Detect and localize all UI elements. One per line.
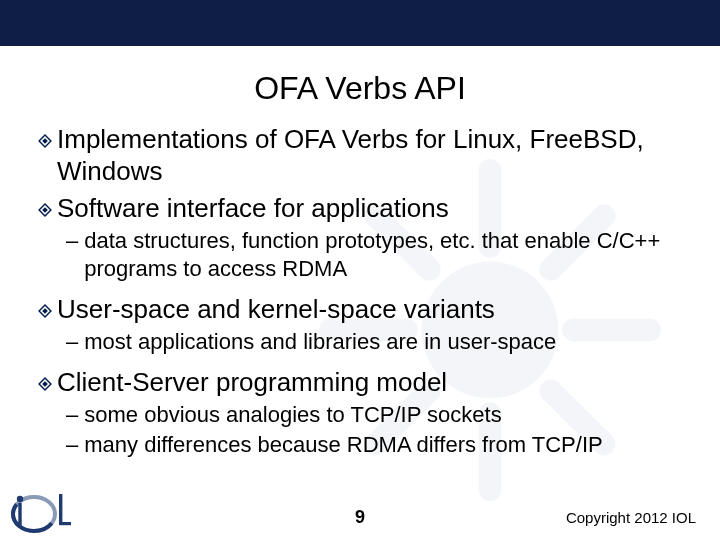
- bullet-item: Implementations of OFA Verbs for Linux, …: [38, 124, 690, 187]
- bullet-item: Software interface for applications – da…: [38, 193, 690, 282]
- diamond-bullet-icon: [38, 134, 52, 148]
- sub-bullet-item: – data structures, function prototypes, …: [66, 227, 690, 282]
- diamond-bullet-icon: [38, 203, 52, 217]
- bullet-item: User-space and kernel-space variants – m…: [38, 294, 690, 355]
- diamond-bullet-icon: [38, 304, 52, 318]
- sub-bullet-text: most applications and libraries are in u…: [84, 328, 556, 356]
- sub-bullet-text: data structures, function prototypes, et…: [84, 227, 690, 282]
- svg-rect-10: [42, 138, 48, 144]
- dash-bullet-icon: –: [66, 227, 78, 255]
- diamond-bullet-icon: [38, 377, 52, 391]
- bullet-text: Implementations of OFA Verbs for Linux, …: [57, 124, 690, 187]
- svg-rect-12: [42, 208, 48, 214]
- sub-bullet-text: many differences because RDMA differs fr…: [84, 431, 602, 459]
- svg-rect-16: [42, 382, 48, 388]
- sub-bullet-item: – most applications and libraries are in…: [66, 328, 690, 356]
- slide-title: OFA Verbs API: [0, 70, 720, 107]
- bullet-text: Software interface for applications: [57, 193, 449, 225]
- bullet-text: Client-Server programming model: [57, 367, 447, 399]
- sub-bullet-item: – some obvious analogies to TCP/IP socke…: [66, 401, 690, 429]
- bullet-item: Client-Server programming model – some o…: [38, 367, 690, 458]
- dash-bullet-icon: –: [66, 401, 78, 429]
- dash-bullet-icon: –: [66, 328, 78, 356]
- slide: OFA Verbs API Implementations of OFA Ver…: [0, 0, 720, 540]
- sub-bullet-text: some obvious analogies to TCP/IP sockets: [84, 401, 501, 429]
- sub-bullet-item: – many differences because RDMA differs …: [66, 431, 690, 459]
- bullet-text: User-space and kernel-space variants: [57, 294, 495, 326]
- slide-content: Implementations of OFA Verbs for Linux, …: [38, 118, 690, 460]
- dash-bullet-icon: –: [66, 431, 78, 459]
- copyright-text: Copyright 2012 IOL: [566, 509, 696, 526]
- top-bar: [0, 0, 720, 46]
- svg-point-19: [17, 496, 23, 502]
- footer: 9 Copyright 2012 IOL: [0, 484, 720, 540]
- svg-rect-14: [42, 308, 48, 314]
